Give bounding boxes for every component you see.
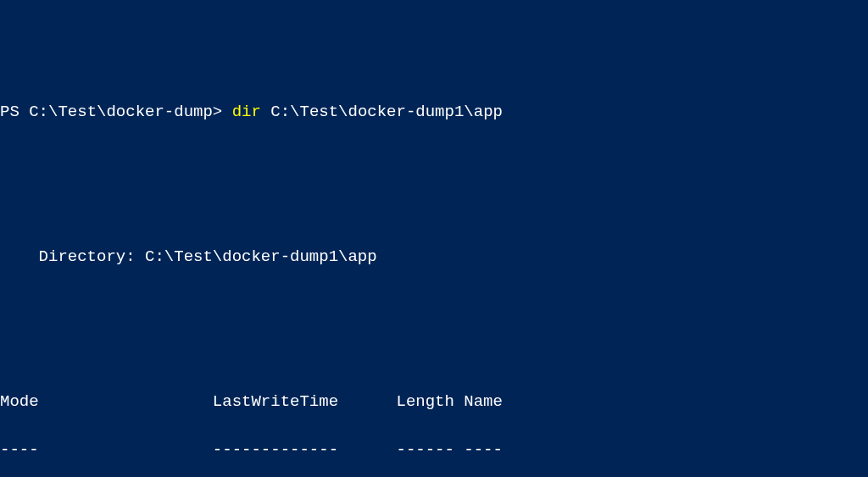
blank-line [0, 148, 868, 173]
table-header-underline: ---- ------------- ------ ---- [0, 438, 868, 463]
prompt-separator: > [213, 103, 232, 121]
command: dir [232, 103, 261, 121]
blank-line [0, 341, 868, 366]
directory-header: Directory: C:\Test\docker-dump1\app [0, 245, 868, 269]
directory-path: C:\Test\docker-dump1\app [145, 247, 377, 266]
blank-line [0, 197, 868, 221]
prompt-line[interactable]: PS C:\Test\docker-dump> dir C:\Test\dock… [0, 97, 868, 125]
table-header-row: Mode LastWriteTime Length Name [0, 390, 868, 414]
ps-prefix: PS [0, 103, 29, 121]
current-working-directory: C:\Test\docker-dump [29, 103, 213, 121]
command-argument: C:\Test\docker-dump1\app [261, 103, 503, 121]
blank-line [0, 293, 868, 318]
directory-label: Directory: [0, 247, 145, 266]
